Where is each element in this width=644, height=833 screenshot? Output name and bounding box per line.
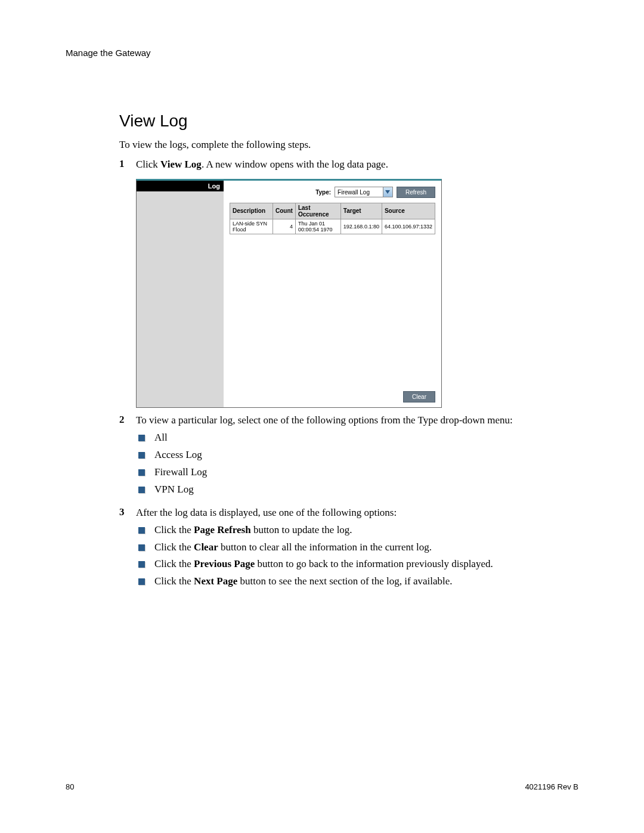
step-3: 3 After the log data is displayed, use o…	[119, 506, 578, 593]
step-2: 2 To view a particular log, select one o…	[119, 414, 578, 500]
log-table: Description Count Last Occurence Target …	[230, 203, 435, 234]
td-count: 4	[273, 219, 296, 234]
doc-id: 4021196 Rev B	[525, 782, 578, 791]
th-count: Count	[273, 203, 296, 219]
square-bullet-icon	[138, 487, 145, 493]
log-sidebar: Log	[137, 181, 224, 407]
bold-text: Next Page	[194, 575, 237, 587]
text: After the log data is displayed, use one…	[136, 507, 397, 518]
text: Click the	[154, 558, 194, 569]
square-bullet-icon	[138, 544, 145, 551]
refresh-button[interactable]: Refresh	[397, 187, 435, 198]
log-window-figure: Log Type: Firewall Log Refresh	[136, 179, 442, 408]
td-target: 192.168.0.1:80	[340, 219, 382, 234]
step-1: 1 Click View Log. A new window opens wit…	[119, 158, 578, 172]
list-item: All	[138, 431, 578, 445]
text: Click	[136, 159, 160, 170]
step-text: Click View Log. A new window opens with …	[136, 158, 578, 172]
text: button to go back to the information pre…	[255, 558, 493, 569]
square-bullet-icon	[138, 561, 145, 568]
section-title: View Log	[119, 112, 578, 131]
table-row: LAN-side SYN Flood 4 Thu Jan 01 00:00:54…	[230, 219, 435, 234]
text: VPN Log	[154, 483, 194, 497]
square-bullet-icon	[138, 469, 145, 476]
clear-button[interactable]: Clear	[403, 391, 435, 402]
list-item: Click the Page Refresh button to update …	[138, 524, 578, 537]
text: Click the	[154, 541, 194, 553]
text: button to update the log.	[251, 524, 352, 535]
text: button to clear all the information in t…	[218, 541, 432, 553]
list-item: VPN Log	[138, 483, 578, 497]
th-description: Description	[230, 203, 273, 219]
square-bullet-icon	[138, 527, 145, 534]
bold-text: Page Refresh	[194, 524, 251, 535]
type-label: Type:	[315, 189, 331, 196]
list-item: Firewall Log	[138, 466, 578, 479]
step-number: 3	[119, 506, 136, 593]
list-item: Access Log	[138, 448, 578, 462]
text: Click the	[154, 575, 194, 587]
step-number: 1	[119, 158, 136, 172]
step-text: To view a particular log, select one of …	[136, 414, 578, 500]
text: . A new window opens with the log data p…	[202, 159, 388, 170]
text: To view a particular log, select one of …	[136, 414, 513, 426]
text: Click the	[154, 524, 194, 535]
bold-text: Clear	[194, 541, 218, 553]
chevron-down-icon	[383, 187, 392, 197]
td-source: 64.100.106.97:1332	[382, 219, 435, 234]
step-number: 2	[119, 414, 136, 500]
text: Firewall Log	[154, 466, 207, 479]
page-number: 80	[66, 782, 74, 791]
text: All	[154, 431, 168, 445]
th-target: Target	[340, 203, 382, 219]
list-item: Click the Next Page button to see the ne…	[138, 575, 578, 589]
table-header-row: Description Count Last Occurence Target …	[230, 203, 435, 219]
text: button to see the next section of the lo…	[237, 575, 452, 587]
td-last: Thu Jan 01 00:00:54 1970	[295, 219, 340, 234]
intro-text: To view the logs, complete the following…	[119, 139, 578, 151]
step-text: After the log data is displayed, use one…	[136, 506, 578, 593]
square-bullet-icon	[138, 578, 145, 585]
square-bullet-icon	[138, 435, 145, 441]
list-item: Click the Previous Page button to go bac…	[138, 558, 578, 571]
type-dropdown[interactable]: Firewall Log	[335, 187, 393, 197]
page-footer: 80 4021196 Rev B	[66, 782, 578, 791]
th-last-occurence: Last Occurence	[295, 203, 340, 219]
text: Access Log	[154, 448, 202, 462]
th-source: Source	[382, 203, 435, 219]
bold-text: Previous Page	[194, 558, 255, 569]
td-description: LAN-side SYN Flood	[230, 219, 273, 234]
page-header: Manage the Gateway	[66, 48, 578, 58]
log-content-area: Type: Firewall Log Refresh Description	[224, 181, 441, 407]
type-value: Firewall Log	[335, 189, 383, 196]
list-item: Click the Clear button to clear all the …	[138, 541, 578, 555]
bold-text: View Log	[160, 159, 202, 170]
square-bullet-icon	[138, 452, 145, 459]
sidebar-title: Log	[137, 181, 224, 191]
